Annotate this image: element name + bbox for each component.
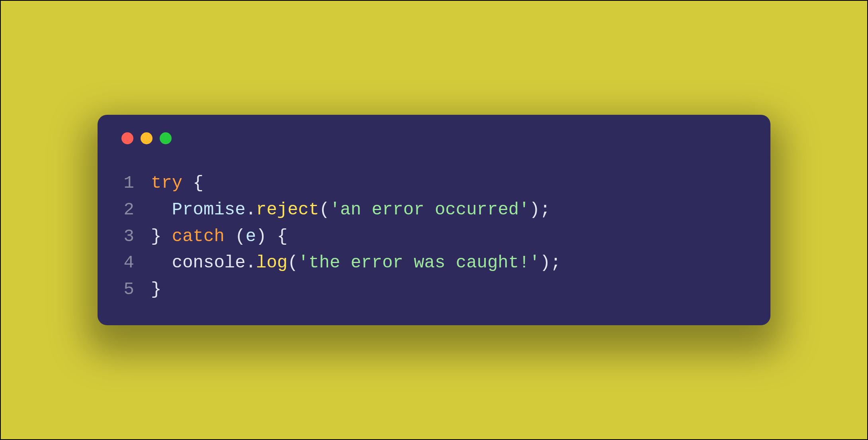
line-number: 4 (120, 249, 151, 276)
minimize-icon[interactable] (141, 132, 152, 144)
line-number: 5 (120, 276, 151, 303)
zoom-icon[interactable] (160, 132, 172, 144)
token-punc: ) { (256, 226, 287, 246)
token-fn: reject (256, 200, 319, 220)
token-obj: console (172, 253, 246, 273)
code-block: 1try {2 Promise.reject('an error occurre… (120, 170, 748, 303)
token-str: 'the error was caught!' (298, 253, 540, 273)
line-content: try { (151, 170, 748, 196)
token-punc (151, 253, 172, 273)
line-content: } (151, 276, 748, 303)
token-punc: . (246, 200, 256, 220)
line-number: 3 (120, 223, 151, 250)
token-str: 'an error occurred' (330, 200, 530, 220)
token-fn: log (256, 253, 287, 273)
token-punc: . (246, 253, 256, 273)
token-kw: try (151, 173, 182, 193)
token-punc (151, 200, 172, 220)
token-punc: ); (530, 200, 551, 220)
code-line: 3} catch (e) { (120, 223, 748, 250)
code-window: 1try {2 Promise.reject('an error occurre… (98, 115, 770, 325)
token-punc: { (182, 173, 203, 193)
window-titlebar (120, 132, 748, 144)
token-punc: ( (287, 253, 298, 273)
token-punc: ); (540, 253, 561, 273)
code-line: 1try { (120, 170, 748, 196)
code-line: 2 Promise.reject('an error occurred'); (120, 196, 748, 223)
token-var: e (246, 226, 256, 246)
token-punc: } (151, 279, 161, 299)
line-content: } catch (e) { (151, 223, 748, 250)
code-line: 4 console.log('the error was caught!'); (120, 249, 748, 276)
token-kw: catch (172, 226, 225, 246)
line-content: Promise.reject('an error occurred'); (151, 196, 748, 223)
token-punc: ( (319, 200, 330, 220)
line-number: 2 (120, 196, 151, 223)
line-number: 1 (120, 170, 151, 196)
token-cls: Promise (172, 200, 246, 220)
close-icon[interactable] (121, 132, 133, 144)
code-line: 5} (120, 276, 748, 303)
line-content: console.log('the error was caught!'); (151, 249, 748, 276)
token-punc: ( (225, 226, 246, 246)
token-punc: } (151, 226, 172, 246)
